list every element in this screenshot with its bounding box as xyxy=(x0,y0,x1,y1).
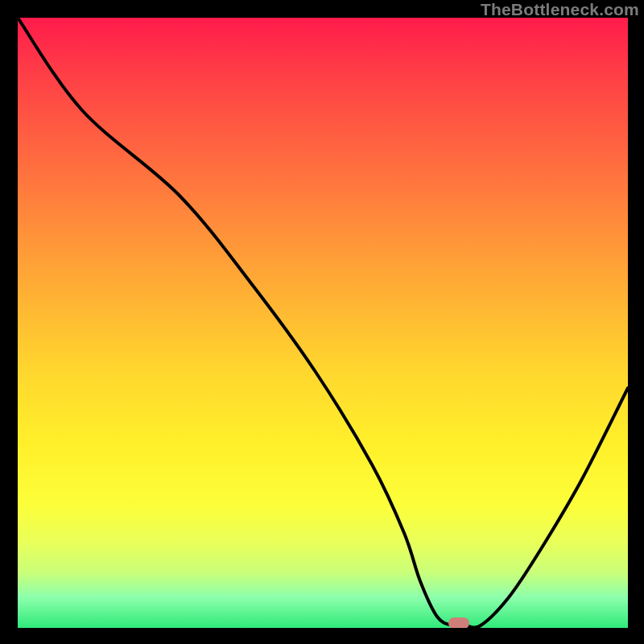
chart-svg xyxy=(18,18,628,628)
bottleneck-curve xyxy=(18,18,628,628)
plot-area xyxy=(18,18,628,628)
watermark-text: TheBottleneck.com xyxy=(481,0,639,19)
chart-frame: TheBottleneck.com xyxy=(0,0,644,644)
optimum-marker xyxy=(448,617,469,628)
